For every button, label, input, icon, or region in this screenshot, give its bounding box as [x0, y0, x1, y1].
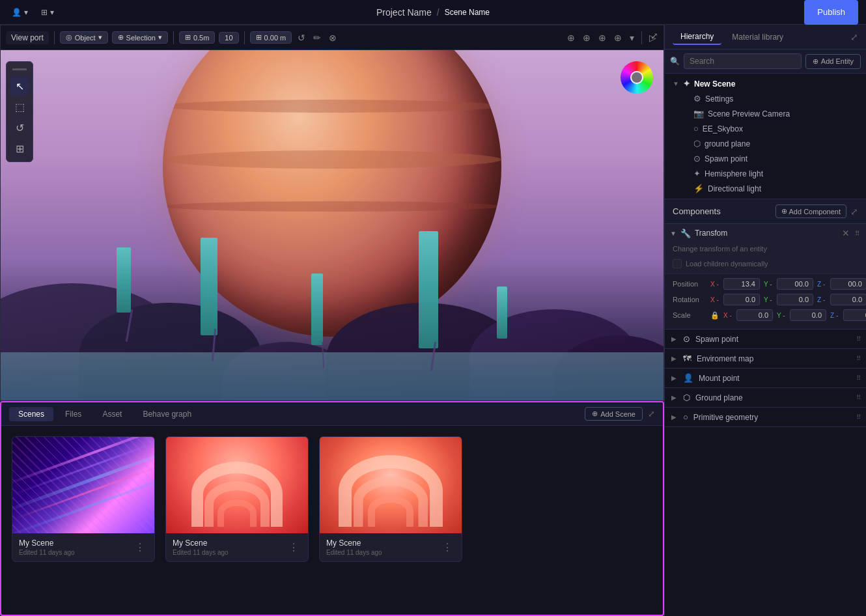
- env-comp-chevron: ▶: [671, 355, 678, 362]
- tree-item-hemisphere[interactable]: ✦ Hemisphere light: [665, 166, 866, 181]
- scene-menu-btn-2[interactable]: ⋮: [286, 540, 301, 555]
- pos-y-input[interactable]: [777, 278, 813, 290]
- primitive-geometry-component[interactable]: ▶ ○ Primitive geometry ⠿: [665, 408, 866, 427]
- right-panel-expand-icon[interactable]: ⤢: [850, 32, 858, 42]
- scene-date-3: Edited 11 days ago: [326, 549, 382, 556]
- user-avatar-btn[interactable]: 👤 ▾: [8, 5, 32, 20]
- tree-item-skybox[interactable]: ○ EE_Skybox: [665, 121, 866, 136]
- env-comp-menu[interactable]: ⠿: [856, 355, 861, 362]
- transform-title: Transfom: [695, 229, 837, 238]
- add-scene-button[interactable]: ⊕ Add Scene: [585, 407, 643, 421]
- viewport-expand-icon[interactable]: ⤢: [650, 31, 658, 41]
- selection-dropdown[interactable]: ⊕ Selection ▾: [112, 31, 168, 44]
- scene-name-text-3: My Scene Edited 11 days ago: [326, 539, 382, 556]
- scene-info-1: My Scene Edited 11 days ago ⋮: [12, 533, 154, 561]
- scene-name-text-1: My Scene Edited 11 days ago: [19, 539, 75, 556]
- user-avatar-icon: 👤: [12, 8, 21, 17]
- transform-menu-button[interactable]: ⠿: [854, 228, 861, 238]
- rotation-row: Rotation X - Y - Z -: [673, 294, 858, 305]
- globe-btn-3[interactable]: ⊕: [596, 31, 608, 45]
- pencil-tool-btn[interactable]: ✏: [311, 31, 323, 45]
- rot-y-input[interactable]: [777, 294, 813, 305]
- tab-behave-graph[interactable]: Behave graph: [133, 407, 201, 421]
- mount-point-component[interactable]: ▶ 👤 Mount point ⠿: [665, 369, 866, 388]
- lock-icon[interactable]: 🔒: [710, 311, 719, 320]
- rot-z-input[interactable]: [830, 294, 866, 305]
- tree-item-spawn[interactable]: ⊙ Spawn point: [665, 151, 866, 166]
- divider-1: [54, 31, 55, 44]
- apps-btn[interactable]: ⊞ ▾: [37, 5, 58, 20]
- grid-dropdown[interactable]: ⊞ 0.00 m: [250, 31, 292, 44]
- scene-card-3[interactable]: My Scene Edited 11 days ago ⋮: [319, 436, 462, 562]
- scale-row: Scale 🔒 X - Y - Z -: [673, 309, 858, 321]
- mount-comp-menu[interactable]: ⠿: [856, 374, 861, 382]
- publish-button[interactable]: Publish: [804, 0, 858, 25]
- scene-menu-btn-1[interactable]: ⋮: [132, 540, 148, 555]
- tab-asset[interactable]: Asset: [93, 407, 131, 421]
- spawn-comp-label: Spawn point: [695, 335, 851, 344]
- spawn-comp-menu[interactable]: ⠿: [856, 335, 861, 343]
- tab-scenes[interactable]: Scenes: [9, 407, 53, 421]
- spawn-point-component[interactable]: ▶ ⊙ Spawn point ⠿: [665, 329, 866, 349]
- tree-item-ground[interactable]: ⬡ ground plane: [665, 136, 866, 151]
- add-entity-button[interactable]: ⊕ Add Entity: [805, 54, 861, 69]
- globe-btn-4[interactable]: ⊕: [612, 31, 624, 45]
- snap-num-dropdown[interactable]: 10: [219, 32, 238, 44]
- ground-plane-component[interactable]: ▶ ⬡ Ground plane ⠿: [665, 388, 866, 408]
- globe-btn-2[interactable]: ⊕: [581, 31, 593, 45]
- scene-card-2[interactable]: My Scene Edited 11 days ago ⋮: [165, 436, 309, 562]
- refresh-tool-btn[interactable]: ↺: [296, 31, 307, 45]
- snap-dropdown[interactable]: ⊞ 0.5m: [179, 31, 215, 44]
- scene-name-text-2: My Scene Edited 11 days ago: [173, 539, 229, 556]
- tree-item-settings[interactable]: ⚙ Settings: [665, 91, 866, 106]
- scale-x-input[interactable]: [736, 309, 773, 321]
- scale-y-input[interactable]: [790, 309, 826, 321]
- transform-tool-btn[interactable]: ⊞: [10, 139, 29, 158]
- pos-y-axis: Y -: [764, 281, 773, 288]
- globe-chevron[interactable]: ▾: [628, 31, 636, 45]
- transform-tool-icon: 🔧: [680, 229, 691, 238]
- scene-card-1[interactable]: My Scene Edited 11 days ago ⋮: [12, 436, 155, 562]
- load-children-checkbox[interactable]: [673, 259, 682, 268]
- tree-label-settings: Settings: [705, 94, 861, 104]
- rot-x-input[interactable]: [723, 294, 760, 305]
- tab-files[interactable]: Files: [56, 407, 91, 421]
- transform-description: Change transform of an entity: [665, 242, 866, 257]
- tree-root[interactable]: ▼ ✦ New Scene: [665, 76, 866, 91]
- scale-z-input[interactable]: [843, 309, 866, 321]
- scene-thumb-3: [320, 437, 462, 533]
- rotate-tool-btn[interactable]: ↺: [10, 119, 29, 137]
- tab-hierarchy[interactable]: Hierarchy: [673, 29, 721, 45]
- box-tool-btn[interactable]: ⬚: [10, 98, 29, 116]
- cursor-tool-btn[interactable]: ↖: [10, 77, 29, 95]
- bottom-expand-icon[interactable]: ⤢: [648, 409, 655, 419]
- left-panel: View port ◎ Object ▾ ⊕ Selection ▾ ⊞ 0.5…: [0, 25, 664, 616]
- tree-item-camera[interactable]: 📷 Scene Preview Camera: [665, 106, 866, 121]
- scene-info-3: My Scene Edited 11 days ago ⋮: [320, 533, 462, 561]
- add-scene-icon: ⊕: [592, 410, 598, 418]
- scene-menu-btn-3[interactable]: ⋮: [440, 540, 455, 555]
- root-chevron-icon: ▼: [673, 80, 679, 87]
- snap-num-value: 10: [225, 34, 232, 42]
- prim-comp-menu[interactable]: ⠿: [856, 413, 861, 421]
- tab-material-library[interactable]: Material library: [724, 30, 791, 44]
- settings-tool-btn[interactable]: ⊗: [327, 31, 339, 45]
- transform-close-button[interactable]: ✕: [841, 228, 851, 238]
- object-dropdown[interactable]: ◎ Object ▾: [60, 31, 108, 44]
- tree-item-directional[interactable]: ⚡ Directional light: [665, 181, 866, 196]
- ground-comp-menu[interactable]: ⠿: [856, 394, 861, 401]
- add-entity-icon: ⊕: [813, 57, 818, 66]
- color-wheel[interactable]: [621, 61, 653, 94]
- add-component-button[interactable]: ⊕ Add Component: [775, 204, 847, 218]
- tree-label-camera: Scene Preview Camera: [708, 109, 861, 119]
- environment-map-component[interactable]: ▶ 🗺 Enviroment map ⠿: [665, 349, 866, 369]
- pos-z-input[interactable]: [830, 278, 866, 290]
- selection-label: Selection: [126, 34, 156, 42]
- pos-x-input[interactable]: [723, 278, 760, 290]
- scale-label: Scale: [673, 311, 706, 319]
- tree-label-skybox: EE_Skybox: [703, 124, 861, 133]
- transform-header[interactable]: ▼ 🔧 Transfom ✕ ⠿: [665, 224, 866, 242]
- globe-btn-1[interactable]: ⊕: [565, 31, 577, 45]
- components-expand-icon[interactable]: ⤢: [850, 206, 858, 217]
- search-input[interactable]: [684, 53, 802, 69]
